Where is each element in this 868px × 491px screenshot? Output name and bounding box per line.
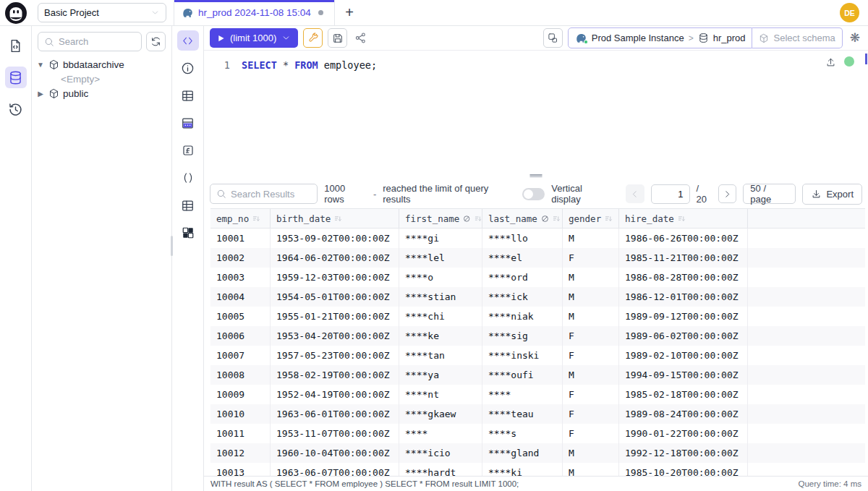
result-table-icon[interactable] xyxy=(177,195,199,215)
sort-icon[interactable] xyxy=(678,215,686,223)
table-row[interactable]: 100061953-04-20T00:00:00Z****ke****sigF1… xyxy=(210,326,865,346)
history-icon[interactable] xyxy=(5,98,27,120)
tree-item-bbdataarchive[interactable]: ▼ bbdataarchive xyxy=(36,57,167,72)
table-cell[interactable]: 10012 xyxy=(210,443,271,463)
table-cell[interactable]: 1994-09-15T00:00:00Z xyxy=(619,365,748,385)
sort-icon[interactable] xyxy=(252,215,260,223)
table-cell[interactable]: 1989-02-10T00:00:00Z xyxy=(619,346,748,365)
table-row[interactable]: 100131963-06-07T00:00:00Z****hardt****ki… xyxy=(210,463,865,476)
code-view-icon[interactable] xyxy=(177,30,199,51)
sort-icon[interactable] xyxy=(605,215,613,223)
table-cell[interactable]: 10002 xyxy=(210,248,271,268)
table-cell[interactable]: 1957-05-23T00:00:00Z xyxy=(271,346,399,365)
table-cell[interactable]: ****ord xyxy=(482,268,563,287)
table-cell[interactable]: ****stian xyxy=(399,287,482,307)
column-header-hire-date[interactable]: hire_date xyxy=(619,209,748,228)
sort-icon[interactable] xyxy=(553,215,561,223)
table-cell[interactable]: ****sig xyxy=(482,326,563,346)
table-row[interactable]: 100081958-02-19T00:00:00Z****ya****oufiM… xyxy=(210,365,865,385)
table-cell[interactable]: 1986-12-01T00:00:00Z xyxy=(619,287,748,307)
new-tab-button[interactable]: + xyxy=(335,0,364,25)
column-header-first-name[interactable]: first_name xyxy=(399,209,482,228)
panel-resize-handle[interactable] xyxy=(171,236,173,256)
column-header-emp-no[interactable]: emp_no xyxy=(210,209,271,228)
table-cell[interactable]: **** xyxy=(482,385,563,404)
table-cell[interactable]: ****ick xyxy=(482,287,563,307)
table-cell[interactable]: F xyxy=(563,326,619,346)
tree-item-public[interactable]: ▶ public xyxy=(36,86,167,101)
table-cell[interactable]: 10009 xyxy=(210,385,271,404)
table-cell[interactable]: ****el xyxy=(482,248,563,268)
table-cell[interactable]: 1989-06-02T00:00:00Z xyxy=(619,326,748,346)
editor-results-resize-handle[interactable] xyxy=(204,171,868,179)
table-cell[interactable]: M xyxy=(563,463,619,476)
table-cell[interactable]: F xyxy=(563,404,619,424)
table-cell[interactable]: 1985-02-18T00:00:00Z xyxy=(619,385,748,404)
format-sql-button[interactable] xyxy=(303,28,323,48)
schema-diagram-icon[interactable] xyxy=(177,223,199,243)
table-cell[interactable]: 1985-11-21T00:00:00Z xyxy=(619,248,748,268)
table-row[interactable]: 100111953-11-07T00:00:00Z********sF1990-… xyxy=(210,424,865,443)
refresh-button[interactable] xyxy=(146,32,166,51)
table-cell[interactable]: ****ke xyxy=(399,326,482,346)
table-cell[interactable]: F xyxy=(563,346,619,365)
table-cell[interactable]: ****niak xyxy=(482,307,563,326)
table-cell[interactable]: 1989-08-24T00:00:00Z xyxy=(619,404,748,424)
caret-down-icon[interactable]: ▼ xyxy=(36,61,45,69)
table-cell[interactable]: 1960-10-04T00:00:00Z xyxy=(271,443,399,463)
table-cell[interactable]: 10007 xyxy=(210,346,271,365)
table-cell[interactable]: 10010 xyxy=(210,404,271,424)
table-cell[interactable]: M xyxy=(563,229,619,248)
table-cell[interactable]: 10006 xyxy=(210,326,271,346)
vertical-display-toggle[interactable] xyxy=(522,188,545,200)
table-cell[interactable]: ****lel xyxy=(399,248,482,268)
table-cell[interactable]: 1963-06-07T00:00:00Z xyxy=(271,463,399,476)
table-cell[interactable]: ****llo xyxy=(482,229,563,248)
tree-search-input[interactable]: Search xyxy=(38,32,142,51)
table-cell[interactable]: 10013 xyxy=(210,463,271,476)
table-cell[interactable]: 1989-09-12T00:00:00Z xyxy=(619,307,748,326)
results-search-input[interactable]: Search Results xyxy=(210,184,318,204)
table-row[interactable]: 100041954-05-01T00:00:00Z****stian****ic… xyxy=(210,287,865,307)
table-cell[interactable]: **** xyxy=(399,424,482,443)
run-query-button[interactable]: (limit 1000) xyxy=(210,28,298,48)
table-cell[interactable]: ****o xyxy=(399,268,482,287)
table-row[interactable]: 100021964-06-02T00:00:00Z****lel****elF1… xyxy=(210,248,865,268)
table-cell[interactable]: 1959-12-03T00:00:00Z xyxy=(271,268,399,287)
table-cell[interactable]: ****gkaew xyxy=(399,404,482,424)
sort-icon[interactable] xyxy=(475,215,482,223)
table-cell[interactable]: M xyxy=(563,365,619,385)
run-options-chevron-icon[interactable] xyxy=(281,33,291,43)
tab-hr-prod[interactable]: hr_prod 2024-11-08 15:04 xyxy=(174,0,335,25)
page-size-select[interactable]: 50 / page xyxy=(743,184,796,204)
select-schema-dropdown[interactable]: Select schema xyxy=(752,27,842,48)
table-cell[interactable]: ****nt xyxy=(399,385,482,404)
table-cell[interactable]: M xyxy=(563,307,619,326)
table-cell[interactable]: 1953-04-20T00:00:00Z xyxy=(271,326,399,346)
table-cell[interactable]: ****teau xyxy=(482,404,563,424)
sort-icon[interactable] xyxy=(334,215,342,223)
table-cell[interactable]: ****hardt xyxy=(399,463,482,476)
table-cell[interactable]: 1953-11-07T00:00:00Z xyxy=(271,424,399,443)
table-cell[interactable]: ****s xyxy=(482,424,563,443)
table-cell[interactable]: 1963-06-01T00:00:00Z xyxy=(271,404,399,424)
table-cell[interactable]: F xyxy=(563,424,619,443)
table-cell[interactable]: ****ya xyxy=(399,365,482,385)
table-row[interactable]: 100071957-05-23T00:00:00Z****tan****insk… xyxy=(210,346,865,365)
share-button[interactable] xyxy=(352,32,369,44)
table-row[interactable]: 100101963-06-01T00:00:00Z****gkaew****te… xyxy=(210,404,865,424)
table-row[interactable]: 100121960-10-04T00:00:00Z****icio****gla… xyxy=(210,443,865,463)
table-cell[interactable]: 1958-02-19T00:00:00Z xyxy=(271,365,399,385)
user-avatar[interactable]: DE xyxy=(840,3,859,22)
database-nav-icon[interactable] xyxy=(5,67,27,88)
table-cell[interactable]: M xyxy=(563,268,619,287)
connection-panel-button[interactable] xyxy=(543,28,563,48)
table-cell[interactable]: ****gland xyxy=(482,443,563,463)
function-icon[interactable] xyxy=(177,140,199,161)
table-row[interactable]: 100091952-04-19T00:00:00Z****nt****F1985… xyxy=(210,385,865,404)
table-row[interactable]: 100011953-09-02T00:00:00Z****gi****lloM1… xyxy=(210,229,865,248)
table-row[interactable]: 100031959-12-03T00:00:00Z****o****ordM19… xyxy=(210,268,865,287)
table-cell[interactable]: ****icio xyxy=(399,443,482,463)
next-page-button[interactable] xyxy=(718,184,737,203)
column-header-gender[interactable]: gender xyxy=(563,209,619,228)
